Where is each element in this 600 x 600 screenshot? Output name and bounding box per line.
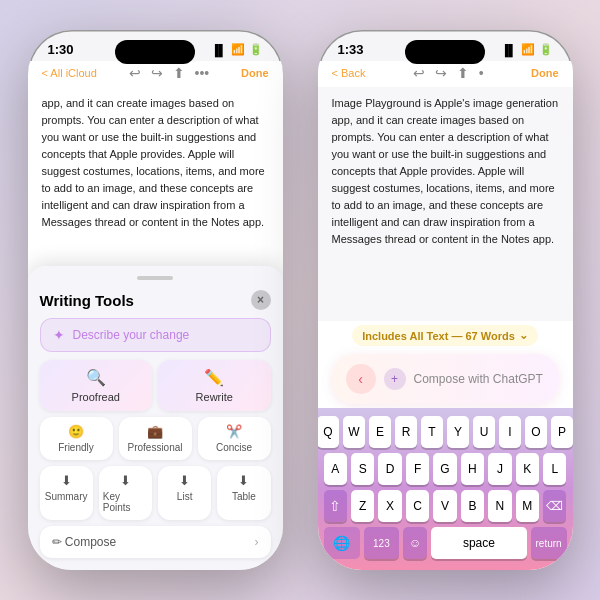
add-btn[interactable]: +: [384, 368, 406, 390]
key-x[interactable]: X: [378, 490, 401, 522]
signal-icon-2: ▐▌: [501, 44, 517, 56]
redo-icon-1[interactable]: ↪: [151, 65, 163, 81]
key-r[interactable]: R: [395, 416, 417, 448]
includes-badge[interactable]: Includes All Text — 67 Words ⌄: [352, 325, 538, 346]
key-emoji[interactable]: ☺: [403, 527, 427, 559]
undo-icon-1[interactable]: ↩: [129, 65, 141, 81]
notes-text-1: app, and it can create images based on p…: [42, 97, 265, 228]
friendly-btn[interactable]: 🙂 Friendly: [40, 417, 113, 460]
battery-icon-2: 🔋: [539, 43, 553, 56]
wifi-icon-1: 📶: [231, 43, 245, 56]
key-w[interactable]: W: [343, 416, 365, 448]
key-o[interactable]: O: [525, 416, 547, 448]
phone2: 1:33 ▐▌ 📶 🔋 < Back ↩ ↪ ⬆ • Done: [318, 30, 573, 570]
nav-icons-2: ↩ ↪ ⬆ •: [413, 65, 484, 81]
key-d[interactable]: D: [378, 453, 401, 485]
key-h[interactable]: H: [461, 453, 484, 485]
back-link-2[interactable]: < Back: [332, 67, 366, 79]
key-c[interactable]: C: [406, 490, 429, 522]
summary-btn[interactable]: ⬇ Summary: [40, 466, 93, 520]
key-t[interactable]: T: [421, 416, 443, 448]
redo-icon-2[interactable]: ↪: [435, 65, 447, 81]
compose-bar[interactable]: ✏ Compose ›: [40, 526, 271, 558]
plus-icon: +: [391, 372, 398, 386]
proofread-btn[interactable]: 🔍 Proofread: [40, 360, 153, 411]
more-icon-2[interactable]: •: [479, 65, 484, 81]
sheet-close-btn[interactable]: ×: [251, 290, 271, 310]
key-s[interactable]: S: [351, 453, 374, 485]
done-btn-2[interactable]: Done: [531, 67, 559, 79]
summary-icon: ⬇: [61, 473, 72, 488]
table-btn[interactable]: ⬇ Table: [217, 466, 270, 520]
key-i[interactable]: I: [499, 416, 521, 448]
key-u[interactable]: U: [473, 416, 495, 448]
key-k[interactable]: K: [516, 453, 539, 485]
more-icon-1[interactable]: •••: [195, 65, 210, 81]
back-round-btn[interactable]: ‹: [346, 364, 376, 394]
key-shift[interactable]: ⇧: [324, 490, 347, 522]
status-icons-2: ▐▌ 📶 🔋: [501, 43, 553, 56]
key-p[interactable]: P: [551, 416, 573, 448]
key-b[interactable]: B: [461, 490, 484, 522]
list-btn[interactable]: ⬇ List: [158, 466, 211, 520]
main-tools-row: 🔍 Proofread ✏️ Rewrite: [40, 360, 271, 411]
screen-content-2: < Back ↩ ↪ ⬆ • Done Image Playground is …: [318, 61, 573, 570]
kb-row-4: 🌐 123 ☺ space return: [324, 527, 567, 559]
key-e[interactable]: E: [369, 416, 391, 448]
chatgpt-placeholder: Compose with ChatGPT: [414, 372, 545, 386]
signal-icon-1: ▐▌: [211, 44, 227, 56]
done-btn-1[interactable]: Done: [241, 67, 269, 79]
time-2: 1:33: [338, 42, 364, 57]
wifi-icon-2: 📶: [521, 43, 535, 56]
concise-label: Concise: [216, 442, 252, 453]
nav-bar-1: < All iCloud ↩ ↪ ⬆ ••• Done: [28, 61, 283, 87]
list-label: List: [177, 491, 193, 502]
friendly-icon: 🙂: [68, 424, 84, 439]
tone-tools-row: 🙂 Friendly 💼 Professional ✂️ Concise: [40, 417, 271, 460]
back-link-1[interactable]: < All iCloud: [42, 67, 97, 79]
rewrite-label: Rewrite: [196, 391, 233, 403]
describe-placeholder: Describe your change: [73, 328, 190, 342]
key-a[interactable]: A: [324, 453, 347, 485]
key-j[interactable]: J: [488, 453, 511, 485]
undo-icon-2[interactable]: ↩: [413, 65, 425, 81]
key-f[interactable]: F: [406, 453, 429, 485]
key-q[interactable]: Q: [318, 416, 340, 448]
badge-chevron-icon: ⌄: [519, 329, 528, 342]
text-area-2: Image Playground is Apple's image genera…: [318, 87, 573, 321]
professional-label: Professional: [127, 442, 182, 453]
key-l[interactable]: L: [543, 453, 566, 485]
key-z[interactable]: Z: [351, 490, 374, 522]
text-area-1: app, and it can create images based on p…: [28, 87, 283, 266]
key-return[interactable]: return: [531, 527, 567, 559]
proofread-label: Proofread: [72, 391, 120, 403]
format-tools-row: ⬇ Summary ⬇ Key Points ⬇ List ⬇ Table: [40, 466, 271, 520]
share-icon-1[interactable]: ⬆: [173, 65, 185, 81]
key-m[interactable]: M: [516, 490, 539, 522]
compose-chevron-icon: ›: [255, 535, 259, 549]
table-label: Table: [232, 491, 256, 502]
keypoints-btn[interactable]: ⬇ Key Points: [99, 466, 152, 520]
screen-content-1: < All iCloud ↩ ↪ ⬆ ••• Done app, and it …: [28, 61, 283, 570]
friendly-label: Friendly: [58, 442, 94, 453]
describe-field[interactable]: ✦ Describe your change: [40, 318, 271, 352]
key-space[interactable]: space: [431, 527, 527, 559]
key-delete[interactable]: ⌫: [543, 490, 566, 522]
keypoints-icon: ⬇: [120, 473, 131, 488]
rewrite-btn[interactable]: ✏️ Rewrite: [158, 360, 271, 411]
sheet-handle: [137, 276, 173, 280]
keyboard: Q W E R T Y U I O P A S D F G H: [318, 408, 573, 570]
professional-btn[interactable]: 💼 Professional: [119, 417, 192, 460]
nav-icons-1: ↩ ↪ ⬆ •••: [129, 65, 210, 81]
concise-btn[interactable]: ✂️ Concise: [198, 417, 271, 460]
key-v[interactable]: V: [433, 490, 456, 522]
list-icon: ⬇: [179, 473, 190, 488]
key-y[interactable]: Y: [447, 416, 469, 448]
badge-row: Includes All Text — 67 Words ⌄: [318, 325, 573, 346]
share-icon-2[interactable]: ⬆: [457, 65, 469, 81]
chatgpt-bar[interactable]: ‹ + Compose with ChatGPT: [332, 354, 559, 404]
key-n[interactable]: N: [488, 490, 511, 522]
globe-icon[interactable]: 🌐: [324, 527, 360, 559]
key-123[interactable]: 123: [364, 527, 400, 559]
key-g[interactable]: G: [433, 453, 456, 485]
